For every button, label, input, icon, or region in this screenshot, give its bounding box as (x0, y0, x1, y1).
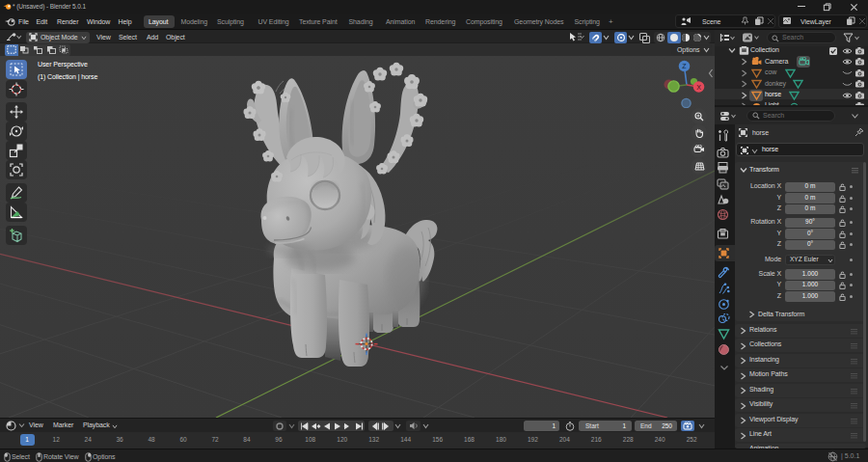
svg-text:X: X (696, 84, 701, 91)
svg-text:Z: Z (682, 63, 687, 69)
